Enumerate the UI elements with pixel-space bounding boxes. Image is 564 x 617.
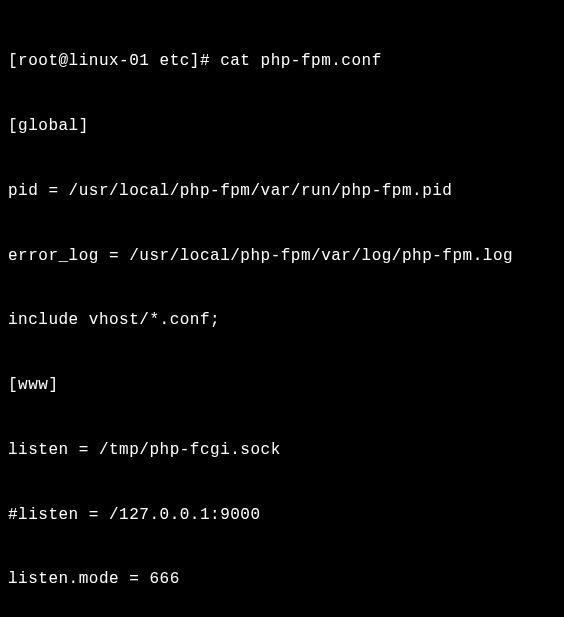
config-line: error_log = /usr/local/php-fpm/var/log/p… — [8, 246, 556, 268]
config-line: include vhost/*.conf; — [8, 310, 556, 332]
config-line: pid = /usr/local/php-fpm/var/run/php-fpm… — [8, 181, 556, 203]
config-line: #listen = /127.0.0.1:9000 — [8, 505, 556, 527]
config-line: [global] — [8, 116, 556, 138]
config-line: listen = /tmp/php-fcgi.sock — [8, 440, 556, 462]
config-line: listen.mode = 666 — [8, 569, 556, 591]
terminal-output: [root@linux-01 etc]# cat php-fpm.conf [g… — [8, 8, 556, 617]
config-line: [www] — [8, 375, 556, 397]
command-prompt: [root@linux-01 etc]# cat php-fpm.conf — [8, 51, 556, 73]
